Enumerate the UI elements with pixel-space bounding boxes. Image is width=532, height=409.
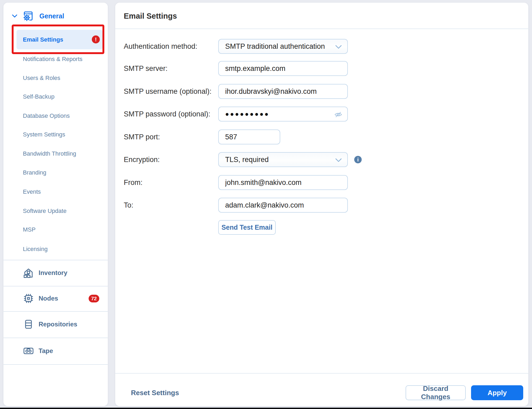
form-row-smtp-server: SMTP server: [115, 61, 528, 76]
sidebar-group-nodes[interactable]: Nodes [23, 290, 58, 306]
smtp-port-field [218, 129, 280, 144]
inventory-icon [23, 268, 34, 278]
database-icon [23, 319, 34, 330]
authentication-method-select[interactable]: SMTP traditional authentication [218, 39, 348, 54]
to-input[interactable] [219, 198, 347, 212]
divider [115, 29, 528, 29]
from-field [218, 175, 348, 190]
smtp-port-input[interactable] [219, 130, 280, 144]
encryption-label: Encryption: [124, 152, 160, 167]
chevron-down-icon [335, 45, 342, 49]
sidebar-group-inventory-label: Inventory [39, 269, 67, 277]
authentication-method-label: Authentication method: [124, 39, 197, 54]
sidebar-group-nodes-label: Nodes [39, 295, 58, 302]
form-row-smtp-username: SMTP username (optional): [115, 84, 528, 99]
sidebar-group-general-label: General [39, 9, 64, 23]
to-field [218, 198, 348, 213]
sidebar-item-database-options[interactable]: Database Options [23, 109, 70, 123]
sidebar-item-email-settings[interactable]: Email Settings ! [17, 30, 103, 49]
smtp-password-label: SMTP password (optional): [124, 107, 210, 122]
sidebar-group-repositories[interactable]: Repositories [23, 316, 77, 332]
divider [3, 260, 108, 260]
encryption-value: TLS, required [225, 153, 269, 167]
error-badge-icon: ! [92, 35, 100, 43]
sidebar-item-msp[interactable]: MSP [23, 223, 36, 236]
tape-icon [23, 346, 34, 356]
reset-settings-link[interactable]: Reset Settings [131, 385, 179, 400]
smtp-username-field [218, 84, 348, 99]
sidebar-group-repositories-label: Repositories [39, 321, 77, 328]
smtp-username-label: SMTP username (optional): [124, 84, 212, 99]
to-label: To: [124, 198, 133, 213]
sidebar-group-tape[interactable]: Tape [23, 343, 53, 359]
sidebar-item-users-roles[interactable]: Users & Roles [23, 71, 60, 85]
smtp-server-label: SMTP server: [124, 61, 168, 76]
smtp-username-input[interactable] [219, 84, 347, 98]
sidebar-group-general[interactable]: General [3, 9, 108, 23]
general-settings-icon [23, 10, 34, 22]
page-title: Email Settings [124, 11, 177, 21]
sidebar-item-self-backup[interactable]: Self-Backup [23, 90, 55, 103]
sidebar-item-licensing[interactable]: Licensing [23, 242, 48, 256]
app-root: General Email Settings ! Notifications &… [0, 0, 532, 409]
divider [3, 338, 108, 338]
send-test-email-button[interactable]: Send Test Email [218, 220, 276, 235]
from-label: From: [124, 175, 143, 190]
nodes-count-badge: 72 [89, 295, 99, 302]
chevron-down-icon [335, 158, 342, 162]
authentication-method-value: SMTP traditional authentication [225, 39, 325, 53]
smtp-server-input[interactable] [219, 62, 347, 75]
divider [3, 364, 108, 365]
sidebar-item-bandwidth-throttling[interactable]: Bandwidth Throttling [23, 147, 76, 160]
info-icon[interactable]: i [354, 156, 362, 163]
sidebar-group-inventory[interactable]: Inventory [23, 265, 67, 281]
form-row-smtp-port: SMTP port: [115, 129, 528, 144]
sidebar-item-label: Email Settings [23, 36, 63, 43]
sidebar: General Email Settings ! Notifications &… [3, 3, 108, 406]
form-row-from: From: [115, 175, 528, 190]
chevron-down-icon[interactable] [11, 13, 18, 19]
smtp-port-label: SMTP port: [124, 129, 160, 144]
discard-changes-button[interactable]: Discard Changes [406, 385, 466, 400]
eye-off-icon[interactable] [334, 110, 343, 119]
smtp-password-masked-value: ●●●●●●●●● [225, 107, 269, 121]
cpu-icon [23, 293, 34, 304]
sidebar-item-software-update[interactable]: Software Update [23, 204, 67, 218]
form-row-smtp-password: SMTP password (optional): ●●●●●●●●● [115, 107, 528, 122]
sidebar-item-notifications-reports[interactable]: Notifications & Reports [23, 52, 83, 66]
sidebar-item-events[interactable]: Events [23, 185, 41, 199]
sidebar-group-tape-label: Tape [39, 347, 53, 355]
divider [3, 286, 108, 286]
encryption-select[interactable]: TLS, required [218, 152, 348, 167]
smtp-password-field[interactable]: ●●●●●●●●● [218, 107, 348, 122]
from-input[interactable] [219, 176, 347, 189]
form-row-authentication-method: Authentication method: SMTP traditional … [115, 39, 528, 54]
screenshot-edge [0, 408, 532, 409]
apply-button[interactable]: Apply [471, 385, 523, 400]
email-settings-panel: Email Settings Authentication method: SM… [115, 3, 528, 406]
form-row-encryption: Encryption: TLS, required [115, 152, 528, 167]
smtp-server-field [218, 61, 348, 76]
divider [3, 311, 108, 312]
sidebar-item-branding[interactable]: Branding [23, 166, 46, 179]
divider [115, 373, 528, 374]
sidebar-item-system-settings[interactable]: System Settings [23, 128, 65, 141]
form-row-to: To: [115, 198, 528, 213]
